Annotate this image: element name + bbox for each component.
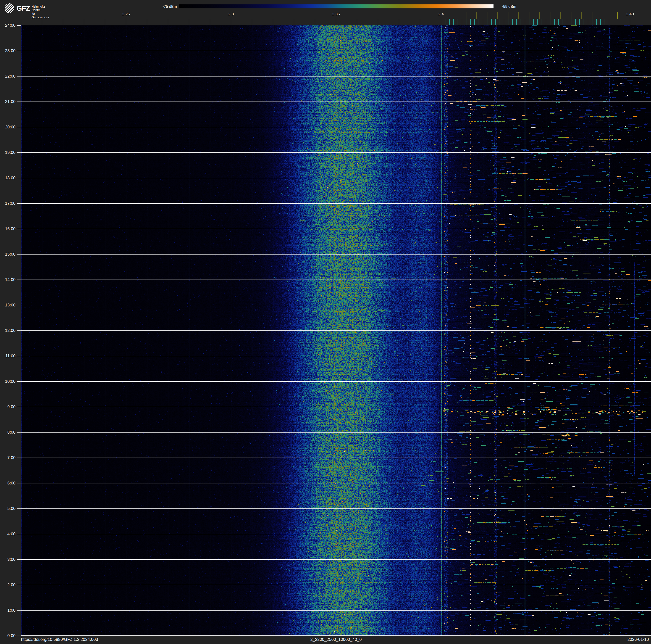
time-label: 17:00 xyxy=(0,201,16,206)
time-label: 21:00 xyxy=(0,99,16,104)
time-label: 10:00 xyxy=(0,379,16,384)
gfz-subtitle: Helmholtz Centre for Geosciences xyxy=(31,5,49,19)
ble-channel-tick xyxy=(541,19,542,25)
ble-channel-tick xyxy=(550,19,550,25)
freq-tick-label: 2.25 xyxy=(119,12,133,17)
freq-tick xyxy=(420,19,420,25)
time-tick xyxy=(17,76,21,77)
time-tick xyxy=(17,432,21,433)
ble-channel-tick xyxy=(533,19,534,25)
ble-channel-tick xyxy=(567,19,567,25)
freq-tick xyxy=(336,17,336,25)
freq-tick xyxy=(147,19,147,25)
time-tick xyxy=(17,559,21,560)
freq-tick xyxy=(210,19,210,25)
ble-channel-tick xyxy=(571,19,571,25)
time-tick xyxy=(17,127,21,127)
freq-tick xyxy=(84,19,84,25)
ble-channel-tick xyxy=(609,19,609,25)
freq-tick xyxy=(315,19,315,25)
ble-channel-tick xyxy=(478,19,479,25)
time-label: 20:00 xyxy=(0,125,16,129)
ble-channel-tick xyxy=(487,19,488,25)
ble-channel-tick xyxy=(470,19,471,25)
time-tick xyxy=(17,381,21,382)
gfz-brand: GFZ xyxy=(17,4,30,12)
wifi-channel-tick xyxy=(550,12,550,19)
gfz-subtitle-line1: Helmholtz Centre xyxy=(31,5,49,12)
ble-channel-tick xyxy=(445,19,445,25)
time-tick xyxy=(17,178,21,178)
footer-dataset-id: 2_2200_2500_10000_40_0 xyxy=(310,637,362,642)
freq-tick-label: 2.35 xyxy=(329,12,343,17)
time-label: 22:00 xyxy=(0,74,16,79)
time-tick xyxy=(17,25,21,26)
ble-channel-tick xyxy=(554,19,555,25)
ble-channel-tick xyxy=(537,19,538,25)
time-tick xyxy=(17,534,21,534)
ble-channel-tick xyxy=(600,19,601,25)
freq-tick xyxy=(105,19,105,25)
ble-channel-tick xyxy=(588,19,588,25)
ble-channel-tick xyxy=(449,19,450,25)
gfz-subtitle-line2: for Geosciences xyxy=(31,12,49,19)
ble-channel-tick xyxy=(504,19,504,25)
ble-channel-tick xyxy=(584,19,584,25)
ble-channel-tick xyxy=(529,19,529,25)
freq-tick xyxy=(294,19,294,25)
time-label: 6:00 xyxy=(0,481,16,486)
ble-channel-tick xyxy=(521,19,521,25)
ble-channel-tick xyxy=(512,19,513,25)
ble-channel-tick xyxy=(596,19,597,25)
ble-channel-tick xyxy=(454,19,454,25)
freq-tick xyxy=(42,19,42,25)
wifi-channel-tick xyxy=(582,12,582,19)
time-tick xyxy=(17,254,21,255)
time-label: 0:00 xyxy=(0,633,16,638)
freq-tick xyxy=(441,17,441,25)
time-label: 24:00 xyxy=(0,23,16,28)
wifi-channel-tick xyxy=(529,12,529,19)
colorbar-max-label: -55 dBm xyxy=(502,4,516,9)
wifi-channel-tick xyxy=(571,12,571,19)
time-label: 14:00 xyxy=(0,277,16,282)
footer-date: 2026-01-10 xyxy=(627,637,649,642)
ble-channel-tick xyxy=(466,19,466,25)
time-label: 5:00 xyxy=(0,506,16,511)
ble-channel-tick xyxy=(508,19,508,25)
freq-tick xyxy=(378,19,378,25)
time-label: 4:00 xyxy=(0,531,16,536)
time-label: 7:00 xyxy=(0,455,16,460)
freq-tick xyxy=(630,17,630,25)
time-tick xyxy=(17,330,21,331)
time-tick xyxy=(17,203,21,204)
time-tick xyxy=(17,356,21,356)
wifi-channel-tick xyxy=(508,12,508,19)
ble-channel-tick xyxy=(495,19,496,25)
time-label: 12:00 xyxy=(0,328,16,333)
spectrogram-canvas xyxy=(21,25,651,636)
time-tick xyxy=(17,101,21,102)
wifi-channel-tick xyxy=(592,12,592,19)
wifi-channel-tick xyxy=(476,12,477,19)
freq-tick xyxy=(126,17,126,25)
ble-channel-tick xyxy=(517,19,517,25)
wifi-channel-tick xyxy=(617,12,618,19)
freq-tick xyxy=(357,19,357,25)
time-tick xyxy=(17,458,21,458)
wifi-channel-tick xyxy=(497,12,498,19)
time-label: 18:00 xyxy=(0,176,16,180)
time-label: 19:00 xyxy=(0,150,16,155)
colorbar-min-label: -75 dBm xyxy=(147,4,177,9)
time-label: 1:00 xyxy=(0,608,16,613)
ble-channel-tick xyxy=(546,19,546,25)
wifi-channel-tick xyxy=(519,12,519,19)
ble-channel-tick xyxy=(491,19,492,25)
wifi-channel-tick xyxy=(560,12,561,19)
freq-tick xyxy=(399,19,399,25)
wifi-channel-tick xyxy=(487,12,488,19)
time-tick xyxy=(17,585,21,585)
freq-tick xyxy=(252,19,252,25)
time-label: 2:00 xyxy=(0,582,16,587)
freq-tick-label: 2.3 xyxy=(224,12,238,17)
